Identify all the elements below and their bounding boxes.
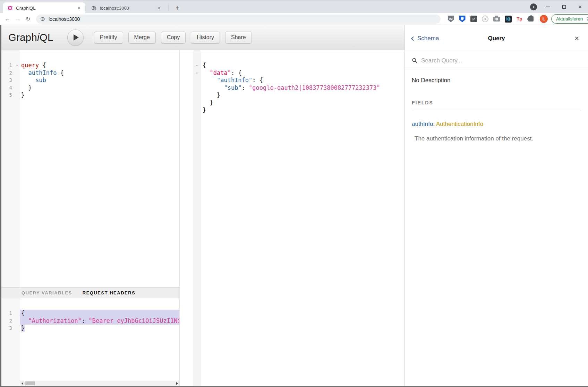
code-text: "data": { <box>201 69 404 77</box>
field-colon: : <box>433 121 435 127</box>
tab-separator <box>169 5 169 11</box>
play-icon <box>74 34 79 41</box>
request-headers-editor[interactable]: 1{2 "Authorization": "Bearer eyJhbGciOiJ… <box>1 298 179 386</box>
chevron-left-icon <box>411 36 416 41</box>
move-tool-icon[interactable]: + <box>481 15 489 23</box>
fold-gutter-spacer <box>14 317 20 325</box>
extensions-puzzle-icon[interactable] <box>527 15 535 23</box>
code-text: { <box>20 310 179 317</box>
code-text: { <box>201 62 404 69</box>
fold-gutter-spacer <box>193 99 201 107</box>
prettify-button[interactable]: Prettify <box>94 32 123 44</box>
code-text: } <box>201 92 404 99</box>
headers-editor-lines: 1{2 "Authorization": "Bearer eyJhbGciOiJ… <box>1 298 179 332</box>
share-button[interactable]: Share <box>225 32 252 44</box>
editor-column: 1▾query {2 authInfo {3 sub4 }5} QUERY VA… <box>1 50 180 386</box>
search-icon <box>412 58 418 63</box>
field-type-link[interactable]: AuthenticationInfo <box>436 121 483 127</box>
fold-gutter-spacer <box>193 84 201 92</box>
code-line[interactable]: } <box>193 99 404 107</box>
fold-gutter-spacer <box>193 77 201 84</box>
tampermonkey-tp-icon[interactable]: Tp <box>515 15 523 23</box>
horizontal-scrollbar[interactable] <box>20 381 179 386</box>
tab-query-variables[interactable]: QUERY VARIABLES <box>22 290 72 295</box>
code-line[interactable]: } <box>193 92 404 99</box>
screenshot-camera-icon[interactable] <box>493 15 501 23</box>
line-number: 2 <box>1 69 14 77</box>
code-line[interactable]: 3 sub <box>1 77 179 84</box>
code-line[interactable]: 1▾query { <box>1 62 179 69</box>
query-editor[interactable]: 1▾query {2 authInfo {3 sub4 }5} <box>1 50 179 287</box>
secondary-editor-tabbar: QUERY VARIABLES REQUEST HEADERS <box>1 287 179 298</box>
history-button[interactable]: History <box>191 32 220 44</box>
tab-request-headers[interactable]: REQUEST HEADERS <box>83 290 136 295</box>
reload-button[interactable]: ↻ <box>23 14 33 24</box>
doc-explorer-panel: Schema Query × No Description FIELDS aut… <box>404 25 588 386</box>
tp-glyph: Tp <box>517 16 522 22</box>
scroll-right-arrow-icon[interactable] <box>174 381 179 386</box>
new-tab-button[interactable]: + <box>173 3 182 13</box>
scrollbar-thumb[interactable] <box>25 381 35 385</box>
pane-divider[interactable] <box>180 50 193 386</box>
browser-menu-icon[interactable] <box>585 16 588 22</box>
merge-button[interactable]: Merge <box>128 32 156 44</box>
code-line[interactable]: 2 "Authorization": "Bearer eyJhbGciOiJSU… <box>1 317 179 325</box>
fold-gutter-spacer <box>14 84 20 92</box>
minimize-icon <box>546 7 550 7</box>
fold-arrow-icon[interactable]: ▾ <box>193 69 201 77</box>
profile-avatar[interactable]: L <box>540 15 548 23</box>
code-line[interactable]: ▾{ <box>193 62 404 69</box>
code-text: query { <box>20 62 179 69</box>
doc-back-link[interactable]: Schema <box>412 35 439 42</box>
p-extension-icon[interactable]: P <box>470 15 478 23</box>
code-text: } <box>20 84 179 92</box>
field-name-link[interactable]: authInfo <box>412 121 433 127</box>
fold-gutter-spacer <box>14 310 20 317</box>
bitwarden-icon[interactable] <box>458 15 466 23</box>
scroll-left-arrow-icon[interactable] <box>20 381 25 386</box>
scrollbar-track[interactable] <box>25 381 174 386</box>
doc-body: No Description FIELDS authInfo: Authenti… <box>405 69 588 142</box>
tab-close-icon[interactable] <box>156 5 162 11</box>
fold-arrow-icon[interactable]: ▾ <box>14 62 20 69</box>
doc-search-row <box>405 52 588 69</box>
tab-search-icon[interactable] <box>530 3 537 10</box>
site-info-globe-icon[interactable] <box>40 17 45 22</box>
window-close-button[interactable] <box>572 0 588 13</box>
browser-update-button[interactable]: Aktualisieren <box>551 14 588 24</box>
code-line[interactable]: 1{ <box>1 310 179 317</box>
code-line[interactable]: ▾ "data": { <box>193 69 404 77</box>
react-devtools-icon[interactable] <box>504 15 512 23</box>
code-text: sub <box>20 77 179 84</box>
code-line[interactable]: 2 authInfo { <box>1 69 179 77</box>
browser-tab-graphiql[interactable]: GraphiQL <box>3 2 85 14</box>
doc-close-icon[interactable]: × <box>574 35 579 42</box>
code-line[interactable]: } <box>193 106 404 114</box>
forward-button[interactable]: → <box>12 14 23 24</box>
graphiql-topbar: GraphiQL Prettify Merge Copy History Sha… <box>1 25 404 50</box>
fold-gutter-spacer <box>14 325 20 332</box>
back-button[interactable]: ← <box>2 14 12 24</box>
code-text: } <box>20 325 179 332</box>
window-maximize-button[interactable] <box>556 0 572 13</box>
code-text: } <box>201 106 404 114</box>
doc-search-input[interactable] <box>421 57 581 64</box>
execute-query-button[interactable] <box>67 29 84 46</box>
browser-tab-localhost[interactable]: localhost:3000 <box>87 2 166 14</box>
window-minimize-button[interactable] <box>540 0 556 13</box>
graphql-logo-icon <box>7 5 13 11</box>
address-bar[interactable]: localhost:3000 <box>36 15 441 24</box>
line-number: 4 <box>1 84 14 92</box>
code-line[interactable]: 5} <box>1 92 179 99</box>
tab-close-icon[interactable] <box>76 5 82 11</box>
code-line[interactable]: "sub": "google-oauth2|108377380082777232… <box>193 84 404 92</box>
code-text: "Authorization": "Bearer eyJhbGciOiJSUzI… <box>20 317 179 325</box>
copy-button[interactable]: Copy <box>161 32 186 44</box>
code-line[interactable]: 4 } <box>1 84 179 92</box>
fold-gutter-spacer <box>193 92 201 99</box>
tab-strip: GraphiQL localhost:3000 + <box>0 0 588 13</box>
ublock-origin-icon[interactable]: UO <box>447 15 455 23</box>
code-line[interactable]: "authInfo": { <box>193 77 404 84</box>
fold-arrow-icon[interactable]: ▾ <box>193 62 201 69</box>
code-line[interactable]: 3} <box>1 325 179 332</box>
